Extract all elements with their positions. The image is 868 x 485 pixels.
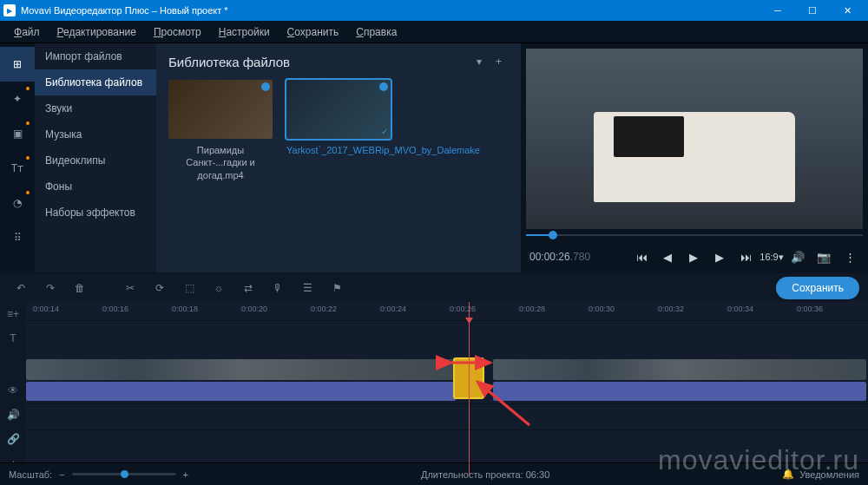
ruler-mark: 0:00:18 bbox=[172, 305, 198, 313]
duration-value: 06:30 bbox=[526, 469, 550, 480]
menu-edit[interactable]: Редактирование bbox=[50, 23, 143, 42]
menu-settings[interactable]: Настройки bbox=[212, 23, 277, 42]
menu-save[interactable]: Сохранить bbox=[280, 23, 346, 42]
notification-dot-icon bbox=[26, 121, 30, 125]
maximize-button[interactable]: ☐ bbox=[795, 0, 830, 21]
audio-clip[interactable] bbox=[493, 382, 866, 401]
redo-icon: ↷ bbox=[46, 282, 55, 294]
camera-icon: 📷 bbox=[817, 251, 831, 264]
trash-icon: 🗑 bbox=[75, 282, 85, 294]
video-preview[interactable] bbox=[526, 49, 863, 229]
tab-transitions[interactable]: ▣ bbox=[0, 116, 35, 151]
plus-icon: + bbox=[496, 56, 502, 68]
undo-button[interactable]: ↶ bbox=[9, 277, 33, 299]
frame-back-button[interactable]: ◀ bbox=[658, 247, 677, 266]
minimize-button[interactable]: ─ bbox=[760, 0, 795, 21]
media-library: Библиотека файлов ▾ + Пирамиды Санкт-...… bbox=[156, 43, 521, 272]
cut-button[interactable]: ✂ bbox=[118, 277, 142, 299]
swap-icon: ⇄ bbox=[244, 282, 253, 294]
play-icon: ▶ bbox=[689, 251, 698, 264]
preview-panel: ? 00:00:26.780 ⏮ ◀ ▶ ▶ ⏭ 16:9 ▾ 🔊 📷 ⋮ bbox=[521, 43, 868, 272]
svg-line-1 bbox=[477, 382, 529, 425]
close-button[interactable]: ✕ bbox=[830, 0, 865, 21]
video-visible-button[interactable]: 👁 bbox=[0, 378, 26, 403]
tab-import[interactable]: ⊞ bbox=[0, 47, 35, 82]
skip-back-icon: ⏮ bbox=[636, 251, 648, 264]
notifications-button[interactable]: 🔔 Уведомления bbox=[782, 469, 859, 480]
info-badge-icon bbox=[261, 82, 270, 91]
eye-icon: 👁 bbox=[8, 384, 18, 397]
aspect-ratio-button[interactable]: 16:9 ▾ bbox=[762, 247, 781, 266]
editing-toolbar: ↶ ↷ 🗑 ✂ ⟳ ⬚ ☼ ⇄ 🎙 ☰ ⚑ Сохранить bbox=[0, 272, 868, 302]
marker-button[interactable]: ⚑ bbox=[325, 277, 349, 299]
notification-dot-icon bbox=[26, 156, 30, 160]
color-button[interactable]: ☼ bbox=[207, 277, 231, 299]
ruler-mark: 0:00:32 bbox=[658, 305, 684, 313]
plus-square-icon: ⊞ bbox=[13, 58, 22, 70]
menu-file[interactable]: Файл bbox=[7, 23, 47, 42]
sidebar-item-music[interactable]: Музыка bbox=[35, 121, 156, 147]
sidebar-item-library[interactable]: Библиотека файлов bbox=[35, 69, 156, 95]
add-button[interactable]: + bbox=[489, 52, 509, 71]
text-track-button[interactable]: T bbox=[0, 326, 26, 351]
sidebar-item-import[interactable]: Импорт файлов bbox=[35, 43, 156, 69]
time-ruler[interactable]: 0:00:14 0:00:16 0:00:18 0:00:20 0:00:22 … bbox=[26, 302, 868, 321]
notification-dot-icon bbox=[26, 87, 30, 90]
video-mute-button[interactable]: 🔊 bbox=[0, 403, 26, 427]
wand-icon: ✦ bbox=[13, 93, 22, 105]
zoom-out-button[interactable]: − bbox=[59, 469, 64, 480]
preview-time: 00:00:26.780 bbox=[529, 251, 590, 263]
add-track-button[interactable]: ≡+ bbox=[0, 302, 26, 326]
grid-icon: ⠿ bbox=[14, 232, 22, 244]
snapshot-button[interactable]: 📷 bbox=[814, 247, 833, 266]
frame-fwd-button[interactable]: ▶ bbox=[710, 247, 729, 266]
menu-help[interactable]: Справка bbox=[349, 23, 404, 42]
redo-button[interactable]: ↷ bbox=[38, 277, 62, 299]
speaker-icon: 🔊 bbox=[7, 409, 20, 421]
timeline-sidebar: ≡+ T 👁 🔊 🔗 ♪ bbox=[0, 302, 26, 475]
tab-stickers[interactable]: ◔ bbox=[0, 186, 35, 220]
tab-titles[interactable]: Tᴛ bbox=[0, 151, 35, 186]
ruler-mark: 0:00:34 bbox=[727, 305, 753, 313]
rotate-icon: ⟳ bbox=[155, 282, 164, 294]
timeline-body[interactable]: 0:00:14 0:00:16 0:00:18 0:00:20 0:00:22 … bbox=[26, 302, 868, 475]
ruler-mark: 0:00:20 bbox=[241, 305, 267, 313]
rotate-button[interactable]: ⟳ bbox=[148, 277, 172, 299]
settings-button[interactable]: ⋮ bbox=[840, 247, 859, 266]
media-thumb[interactable]: ✓ Yarkost`_2017_WEBRip_MVO_by_Dalemake bbox=[286, 80, 391, 181]
sidebar-item-backgrounds[interactable]: Фоны bbox=[35, 174, 156, 200]
media-thumb[interactable]: Пирамиды Санкт-...гадки и догад.mp4 bbox=[168, 80, 273, 181]
sun-icon: ☼ bbox=[214, 282, 224, 294]
zoom-slider[interactable] bbox=[72, 473, 176, 475]
export-button[interactable]: Сохранить bbox=[776, 277, 859, 299]
sidebar-item-effects[interactable]: Наборы эффектов bbox=[35, 200, 156, 226]
video-clip[interactable] bbox=[493, 359, 866, 380]
prev-clip-button[interactable]: ⏮ bbox=[632, 247, 651, 266]
sidebar-item-clips[interactable]: Видеоклипы bbox=[35, 147, 156, 174]
title-track[interactable] bbox=[26, 321, 868, 356]
zoom-label: Масштаб: bbox=[9, 469, 52, 480]
tool-tabs: ⊞ ✦ ▣ Tᴛ ◔ ⠿ bbox=[0, 43, 35, 272]
zoom-in-button[interactable]: + bbox=[183, 469, 188, 480]
transition-button[interactable]: ⇄ bbox=[236, 277, 260, 299]
play-button[interactable]: ▶ bbox=[684, 247, 703, 266]
menu-view[interactable]: Просмотр bbox=[147, 23, 208, 42]
clip-props-button[interactable]: ☰ bbox=[295, 277, 319, 299]
link-button[interactable]: 🔗 bbox=[0, 427, 26, 451]
tab-filters[interactable]: ✦ bbox=[0, 82, 35, 116]
tab-more[interactable]: ⠿ bbox=[0, 220, 35, 255]
crop-button[interactable]: ⬚ bbox=[177, 277, 201, 299]
sidebar-item-sounds[interactable]: Звуки bbox=[35, 95, 156, 121]
record-button[interactable]: 🎙 bbox=[266, 277, 290, 299]
next-clip-button[interactable]: ⏭ bbox=[736, 247, 755, 266]
video-clip[interactable] bbox=[26, 359, 456, 380]
filter-button[interactable]: ▾ bbox=[470, 52, 489, 71]
speaker-icon: 🔊 bbox=[791, 251, 805, 264]
titlebar: ▶ Movavi Видеоредактор Плюс – Новый прое… bbox=[0, 0, 868, 21]
volume-button[interactable]: 🔊 bbox=[788, 247, 807, 266]
preview-scrubber[interactable] bbox=[526, 229, 863, 241]
audio-clip[interactable] bbox=[26, 382, 456, 401]
side-panel: Импорт файлов Библиотека файлов Звуки Му… bbox=[35, 43, 156, 272]
thumb-label: Yarkost`_2017_WEBRip_MVO_by_Dalemake bbox=[286, 144, 391, 156]
delete-button[interactable]: 🗑 bbox=[68, 277, 92, 299]
